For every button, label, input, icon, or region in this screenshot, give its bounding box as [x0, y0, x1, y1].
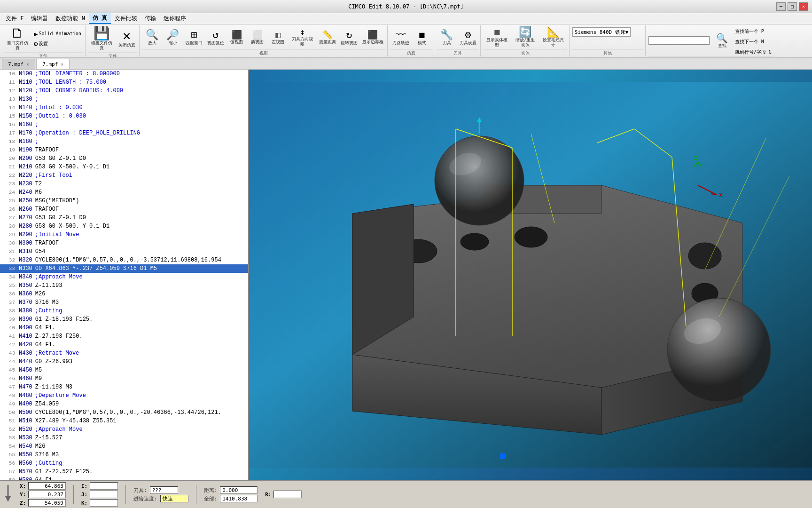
- code-line-24[interactable]: 24N240M6: [0, 188, 248, 197]
- code-line-51[interactable]: 51N510X27.489 Y-45.438 Z55.351: [0, 417, 248, 425]
- code-line-20[interactable]: 20N200G53 G0 Z-0.1 D0: [0, 154, 248, 163]
- solid-animation-button[interactable]: ▶ Solid Animation: [32, 29, 83, 39]
- left-view-button[interactable]: ◧ 左视图: [268, 29, 288, 46]
- tab-2[interactable]: 7.mpf ✕: [36, 59, 70, 69]
- mode-button[interactable]: ◼ 模式: [412, 28, 432, 47]
- code-line-19[interactable]: 19N190TRAFOOF: [0, 146, 248, 154]
- code-line-39[interactable]: 39N390G1 Z-18.193 F125.: [0, 315, 248, 324]
- code-line-12[interactable]: 12N120;TOOL CORNER RADIUS: 4.000: [0, 87, 248, 95]
- code-line-28[interactable]: 28N280G53 G0 X-500. Y-0.1 D1: [0, 222, 248, 230]
- tab-1[interactable]: 7.mpf ✕: [2, 59, 35, 69]
- code-line-58[interactable]: 58N580G4 F1.: [0, 476, 248, 480]
- find-prev-button[interactable]: 查找前一个 P: [733, 27, 773, 36]
- tool-settings-button[interactable]: ⚙ 刀具设置: [458, 28, 478, 47]
- stock-size-button[interactable]: 📐 设置毛坯尺寸: [540, 25, 567, 49]
- tool-dir-view-button[interactable]: ↕ 刀具方向视图: [289, 26, 316, 48]
- settings-button[interactable]: ⚙ 设置: [32, 39, 83, 48]
- tool-button[interactable]: 🔧 刀具: [437, 28, 457, 47]
- view-reset-button[interactable]: ↺ 视图复位: [205, 28, 226, 47]
- code-line-14[interactable]: 14N140;Intol : 0.030: [0, 103, 248, 112]
- code-content[interactable]: 10N100;TOOL DIAMETER : 8.00000011N110;TO…: [0, 70, 248, 480]
- code-line-46[interactable]: 46N460M9: [0, 374, 248, 383]
- code-line-55[interactable]: 55N550S716 M3: [0, 451, 248, 459]
- code-line-31[interactable]: 31N310G54: [0, 247, 248, 256]
- tab-1-close[interactable]: ✕: [26, 62, 29, 67]
- code-line-23[interactable]: 23N230T2: [0, 180, 248, 188]
- minimize-button[interactable]: ─: [776, 2, 786, 11]
- code-line-13[interactable]: 13N130;: [0, 95, 248, 103]
- code-line-36[interactable]: 36N360M26: [0, 290, 248, 298]
- menu-file[interactable]: 文件 F: [2, 14, 27, 24]
- code-text: ;First Tool: [35, 171, 72, 180]
- fit-window-button[interactable]: ⊞ 匹配窗口: [184, 28, 204, 47]
- measure-button[interactable]: 📏 测量距离: [317, 29, 338, 46]
- disk-sim-button[interactable]: 💾 磁盘文件仿真: [88, 25, 116, 52]
- code-line-48[interactable]: 48N480;Departure Move: [0, 391, 248, 400]
- goto-line-button[interactable]: 跳到行号/字段 G: [733, 48, 773, 56]
- code-line-34[interactable]: 34N340;Approach Move: [0, 273, 248, 281]
- find-next-button[interactable]: 查找下一个 N: [733, 38, 773, 46]
- close-button[interactable]: ✕: [799, 2, 808, 11]
- code-line-27[interactable]: 27N270G53 G0 Z-0.1 D0: [0, 214, 248, 222]
- code-line-32[interactable]: 32N320CYCLE800(1,"DMG",0,57,0.,0.,0.,-3.…: [0, 256, 248, 264]
- machine-dropdown[interactable]: Siemens 840D 铣床 ▼: [572, 27, 631, 37]
- code-line-41[interactable]: 41N410Z-27.193 F250.: [0, 332, 248, 341]
- code-line-22[interactable]: 22N220;First Tool: [0, 171, 248, 180]
- code-line-50[interactable]: 50N500CYCLE800(1,"DMG",0,57,0.,0.,0.,-20…: [0, 408, 248, 417]
- code-line-26[interactable]: 26N260TRAFOOF: [0, 205, 248, 214]
- code-line-49[interactable]: 49N490Z54.059: [0, 400, 248, 408]
- code-line-53[interactable]: 53N530Z-15.527: [0, 434, 248, 442]
- code-line-33[interactable]: 33N330G0 X64.863 Y-.237 Z54.059 S716 D1 …: [0, 264, 248, 273]
- code-line-10[interactable]: 10N100;TOOL DIAMETER : 8.000000: [0, 70, 248, 78]
- code-line-44[interactable]: 44N440G0 Z-26.993: [0, 357, 248, 366]
- code-line-35[interactable]: 35N350Z-11.193: [0, 281, 248, 290]
- code-line-52[interactable]: 52N520;Approach Move: [0, 425, 248, 434]
- code-line-30[interactable]: 30N300TRAFOOF: [0, 239, 248, 247]
- window-controls[interactable]: ─ □ ✕: [776, 2, 808, 11]
- code-line-45[interactable]: 45N450M5: [0, 366, 248, 374]
- toolpath-button[interactable]: 〰 刀路轨迹: [390, 28, 411, 47]
- code-line-43[interactable]: 43N430;Retract Move: [0, 349, 248, 357]
- code-panel[interactable]: 10N100;TOOL DIAMETER : 8.00000011N110;TO…: [0, 70, 249, 480]
- zoom-in-button[interactable]: 🔍 放大: [142, 28, 162, 47]
- menu-mini[interactable]: 迷你程序: [160, 14, 190, 24]
- rotate-view-button[interactable]: ↻ 旋转视图: [339, 28, 359, 47]
- menu-nc[interactable]: 数控功能 N: [52, 14, 88, 24]
- code-line-16[interactable]: 16N160;: [0, 120, 248, 129]
- menu-edit[interactable]: 编辑器: [27, 14, 52, 24]
- code-line-29[interactable]: 29N290;Initial Move: [0, 230, 248, 239]
- code-line-18[interactable]: 18N180;: [0, 137, 248, 146]
- code-line-57[interactable]: 57N570G1 Z-22.527 F125.: [0, 468, 248, 476]
- solid-anim-label: Solid Animation: [39, 31, 81, 36]
- code-line-25[interactable]: 25N250MSG("METHOD"): [0, 197, 248, 205]
- regen-solid-button[interactable]: 🔄 缩放/重生实体: [512, 25, 539, 49]
- viewport-3d[interactable]: X Z: [249, 70, 812, 480]
- menu-transfer[interactable]: 传输: [141, 14, 160, 24]
- code-line-21[interactable]: 21N210G53 G0 X-500. Y-0.1 D1: [0, 163, 248, 171]
- code-line-37[interactable]: 37N370S716 M3: [0, 298, 248, 307]
- search-input[interactable]: [648, 36, 710, 45]
- close-sim-button[interactable]: ✕ 关闭仿真: [117, 28, 137, 49]
- svg-point-6: [515, 227, 547, 247]
- menu-compare[interactable]: 文件比较: [111, 14, 141, 24]
- window-file-sim-button[interactable]: 🗋 窗口文件仿真: [4, 25, 31, 52]
- code-line-40[interactable]: 40N400G4 F1.: [0, 324, 248, 332]
- zoom-out-button[interactable]: 🔎 缩小: [163, 28, 183, 47]
- code-line-15[interactable]: 15N150;Outtol : 0.030: [0, 112, 248, 120]
- code-line-42[interactable]: 42N420G4 F1.: [0, 341, 248, 349]
- code-line-54[interactable]: 54N540M26: [0, 442, 248, 451]
- show-solid-button[interactable]: ◼ 显示实体模型: [484, 25, 511, 49]
- code-line-17[interactable]: 17N170;Operation : DEEP_HOLE_DRILLING: [0, 129, 248, 137]
- code-line-38[interactable]: 38N380;Cutting: [0, 307, 248, 315]
- code-line-11[interactable]: 11N110;TOOL LENGTH : 75.000: [0, 78, 248, 87]
- show-bbox-button[interactable]: ⬛ 显示边界框: [360, 29, 385, 46]
- maximize-button[interactable]: □: [788, 2, 797, 11]
- tab-2-close[interactable]: ✕: [61, 62, 63, 67]
- menu-sim[interactable]: 仿 真: [89, 13, 111, 24]
- code-line-47[interactable]: 47N470Z-11.193 M3: [0, 383, 248, 391]
- search-button[interactable]: 🔍 查找: [712, 32, 732, 50]
- top-view-button[interactable]: ⬛ 俯视图: [227, 29, 247, 46]
- front-view-button[interactable]: ⬜ 前视图: [248, 29, 267, 46]
- code-text: G53 G0 Z-0.1 D0: [35, 214, 86, 222]
- code-line-56[interactable]: 56N560;Cutting: [0, 459, 248, 468]
